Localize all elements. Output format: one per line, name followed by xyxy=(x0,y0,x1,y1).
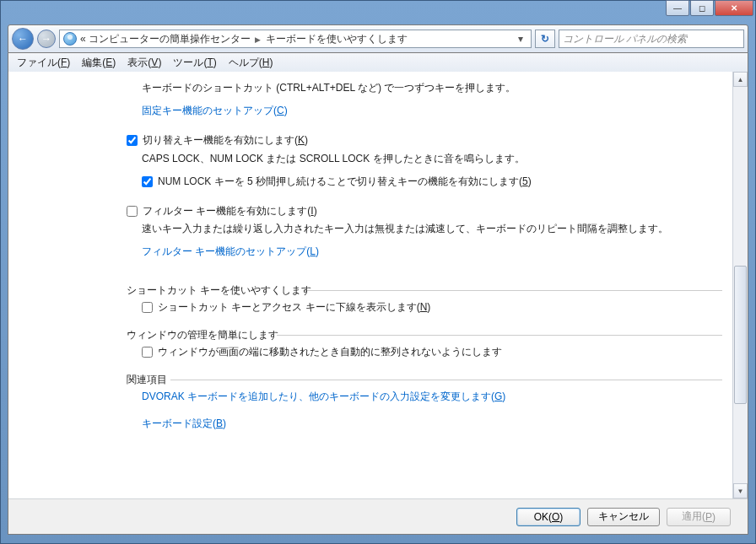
search-placeholder: コントロール パネルの検索 xyxy=(563,32,687,46)
scroll-up-button[interactable]: ▲ xyxy=(733,72,748,87)
toggle-keys-desc: CAPS LOCK、NUM LOCK または SCROLL LOCK を押したと… xyxy=(142,151,722,167)
filter-keys-setup-link[interactable]: フィルター キー機能のセットアップ(L) xyxy=(142,244,319,260)
menu-edit[interactable]: 編集(E) xyxy=(77,54,121,72)
numlock-5sec-checkbox[interactable] xyxy=(142,176,153,187)
filter-keys-desc: 速いキー入力または繰り返し入力されたキー入力は無視または減速して、キーボードのリ… xyxy=(142,221,722,237)
content: キーボードのショートカット (CTRL+ALT+DEL など) で一つずつキーを… xyxy=(8,72,732,498)
toggle-keys-checkbox[interactable] xyxy=(127,135,138,146)
numlock-5sec-row: NUM LOCK キーを 5 秒間押し続けることで切り替えキーの機能を有効にしま… xyxy=(142,174,722,190)
keyboard-settings-link[interactable]: キーボード設定(B) xyxy=(142,416,226,432)
button-bar: OK(O) キャンセル 適用(P) xyxy=(8,498,748,534)
toggle-keys-label: 切り替えキー機能を有効にします(K) xyxy=(143,132,308,148)
menu-help[interactable]: ヘルプ(H) xyxy=(224,54,278,72)
navigation-bar: ← → « コンピューターの簡単操作センター ▶ キーボードを使いやすくします … xyxy=(8,24,748,53)
window: — ◻ ✕ ← → « コンピューターの簡単操作センター ▶ キーボードを使いや… xyxy=(0,0,756,544)
menu-view[interactable]: 表示(V) xyxy=(122,54,166,72)
titlebar: — ◻ ✕ xyxy=(1,1,755,24)
maximize-button[interactable]: ◻ xyxy=(690,0,714,16)
minimize-button[interactable]: — xyxy=(666,0,689,16)
content-scroll: キーボードのショートカット (CTRL+ALT+DEL など) で一つずつキーを… xyxy=(8,72,748,498)
control-panel-icon xyxy=(63,32,77,46)
search-input[interactable]: コントロール パネルの検索 xyxy=(559,30,744,48)
menu-tools[interactable]: ツール(T) xyxy=(168,54,221,72)
shortcut-legend: ショートカット キーを使いやすくします xyxy=(127,284,311,296)
filter-keys-label: フィルター キー機能を有効にします(I) xyxy=(143,203,317,219)
scroll-track[interactable] xyxy=(733,87,748,483)
sticky-keys-setup-link[interactable]: 固定キー機能のセットアップ(C) xyxy=(142,103,288,119)
breadcrumb-sep-icon: ▶ xyxy=(255,35,261,44)
refresh-icon: ↻ xyxy=(541,33,549,45)
related-fieldset: 関連項目 DVORAK キーボードを追加したり、他のキーボードの入力設定を変更し… xyxy=(127,372,722,432)
close-button[interactable]: ✕ xyxy=(715,0,753,16)
underline-row: ショートカット キーとアクセス キーに下線を表示します(N) xyxy=(142,299,722,315)
address-dropdown-button[interactable]: ▾ xyxy=(514,33,527,45)
vertical-scrollbar[interactable]: ▲ ▼ xyxy=(732,72,748,498)
apply-button[interactable]: 適用(P) xyxy=(667,508,731,526)
nosnap-label: ウィンドウが画面の端に移動されたとき自動的に整列されないようにします xyxy=(158,344,502,360)
nosnap-row: ウィンドウが画面の端に移動されたとき自動的に整列されないようにします xyxy=(142,344,722,360)
menu-file[interactable]: ファイル(F) xyxy=(12,54,75,72)
scroll-thumb[interactable] xyxy=(734,266,747,405)
cancel-button[interactable]: キャンセル xyxy=(587,508,660,526)
breadcrumb: « コンピューターの簡単操作センター ▶ キーボードを使いやすくします xyxy=(80,32,510,46)
nav-forward-button[interactable]: → xyxy=(37,30,56,48)
filter-keys-checkbox[interactable] xyxy=(127,206,138,217)
back-arrow-icon: ← xyxy=(18,33,28,45)
breadcrumb-prefix: « xyxy=(80,33,86,45)
content-area: キーボードのショートカット (CTRL+ALT+DEL など) で一つずつキーを… xyxy=(8,72,748,535)
refresh-button[interactable]: ↻ xyxy=(535,30,555,48)
breadcrumb-item[interactable]: キーボードを使いやすくします xyxy=(266,33,408,45)
filter-keys-row: フィルター キー機能を有効にします(I) xyxy=(127,203,722,219)
toggle-keys-row: 切り替えキー機能を有効にします(K) xyxy=(127,132,722,148)
breadcrumb-item[interactable]: コンピューターの簡単操作センター xyxy=(89,33,251,45)
related-legend: 関連項目 xyxy=(127,374,167,385)
numlock-5sec-label: NUM LOCK キーを 5 秒間押し続けることで切り替えキーの機能を有効にしま… xyxy=(158,174,532,190)
window-mgmt-fieldset: ウィンドウの管理を簡単にします ウィンドウが画面の端に移動されたとき自動的に整列… xyxy=(127,327,722,360)
address-bar[interactable]: « コンピューターの簡単操作センター ▶ キーボードを使いやすくします ▾ xyxy=(59,30,532,48)
sticky-keys-desc: キーボードのショートカット (CTRL+ALT+DEL など) で一つずつキーを… xyxy=(142,80,722,96)
underline-label: ショートカット キーとアクセス キーに下線を表示します(N) xyxy=(158,299,430,315)
window-buttons: — ◻ ✕ xyxy=(666,0,753,16)
menu-bar: ファイル(F) 編集(E) 表示(V) ツール(T) ヘルプ(H) xyxy=(8,53,748,72)
dvorak-link[interactable]: DVORAK キーボードを追加したり、他のキーボードの入力設定を変更します(G) xyxy=(142,389,505,405)
underline-checkbox[interactable] xyxy=(142,302,153,313)
nosnap-checkbox[interactable] xyxy=(142,347,153,358)
nav-back-button[interactable]: ← xyxy=(12,28,34,50)
ok-button[interactable]: OK(O) xyxy=(516,508,580,526)
scroll-down-button[interactable]: ▼ xyxy=(733,483,748,498)
shortcut-fieldset: ショートカット キーを使いやすくします ショートカット キーとアクセス キーに下… xyxy=(127,283,722,315)
window-mgmt-legend: ウィンドウの管理を簡単にします xyxy=(127,329,278,341)
forward-arrow-icon: → xyxy=(41,33,51,45)
